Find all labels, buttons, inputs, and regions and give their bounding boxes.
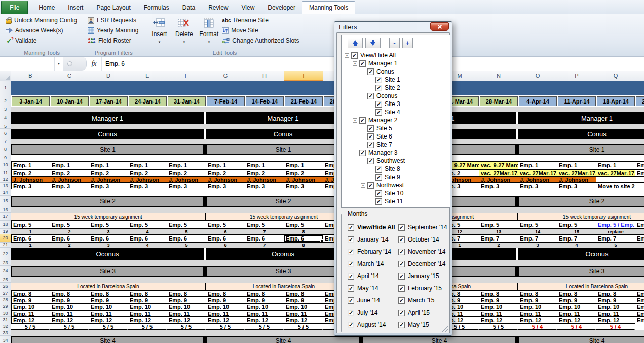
checkbox-checked-icon[interactable]	[375, 109, 382, 116]
cell-Q18[interactable]: Emp. 5 / Emp.	[596, 221, 635, 229]
cell-H21[interactable]: 7	[245, 243, 284, 248]
cell-B18[interactable]: Emp. 5	[11, 221, 50, 229]
cell-D28[interactable]: Emp. 9	[89, 297, 128, 303]
cell-E28[interactable]: Emp. 9	[128, 297, 167, 303]
tree-item-site-1[interactable]: Site 1	[342, 76, 450, 84]
cell-H13[interactable]: Emp. 3	[245, 183, 284, 189]
tree-item-view-hide-all[interactable]: View/Hide All	[342, 51, 450, 59]
checkbox-checked-icon[interactable]	[367, 142, 374, 148]
cell-G32[interactable]: 5 / 5	[206, 323, 245, 330]
merged-bar-15-week-temporary-asignment[interactable]: 15 week temporary asignment	[518, 213, 644, 220]
cell-G12[interactable]: J. Johnson	[206, 176, 245, 183]
cell-F28[interactable]: Emp. 9	[167, 297, 206, 303]
cell-Q11[interactable]: vac. 27Mar-17Apr	[596, 169, 635, 176]
merged-bar-site-4[interactable]: Site 4	[362, 336, 518, 343]
cell-F11[interactable]: Emp. 2	[167, 169, 206, 176]
merged-bar-oconus[interactable]: Oconus	[518, 248, 644, 260]
cell-P20[interactable]: Emp. 7	[557, 234, 596, 243]
cell-G13[interactable]: Emp. 3	[206, 183, 245, 189]
checkbox-checked-icon[interactable]	[367, 133, 374, 140]
validate-button[interactable]: ✓?Validate	[4, 37, 79, 45]
row-header-5[interactable]: 5	[0, 124, 11, 129]
tree-item-manager-3[interactable]: Manager 3	[342, 149, 450, 157]
expand-button[interactable]: +	[402, 38, 413, 48]
cell-O29[interactable]: Emp. 10	[518, 303, 557, 310]
tree-item-manager-1[interactable]: Manager 1	[342, 59, 450, 67]
row-header-20[interactable]: 20	[0, 234, 11, 243]
cell-F30[interactable]: Emp. 11	[167, 310, 206, 317]
cell-N27[interactable]: Emp. 8	[479, 290, 518, 297]
rename-site-button[interactable]: Rename Site	[220, 16, 300, 24]
tree-item-manager-2[interactable]: Manager 2	[342, 116, 450, 124]
cell-E18[interactable]: Emp. 5	[128, 221, 167, 229]
cell-C11[interactable]: Emp. 2	[50, 169, 89, 176]
cell-D27[interactable]: Emp. 8	[89, 290, 128, 297]
cell-N19[interactable]: 13	[479, 229, 518, 234]
column-header-D[interactable]: D	[89, 71, 128, 81]
cell-C20[interactable]: Emp. 6	[50, 234, 89, 243]
cell-H10[interactable]: Emp. 1	[245, 161, 284, 169]
cell-C31[interactable]: Emp. 12	[50, 317, 89, 323]
cell-R31[interactable]: Emp. 12	[635, 317, 644, 323]
checkbox-checked-icon[interactable]	[398, 322, 405, 328]
tab-page-layout[interactable]: Page Layout	[90, 2, 137, 14]
cell-Q19[interactable]: replace	[596, 229, 635, 234]
tree-item-site-3[interactable]: Site 3	[342, 100, 450, 108]
cell-C18[interactable]: Emp. 5	[50, 221, 89, 229]
tab-review[interactable]: Review	[202, 2, 235, 14]
column-header-Q[interactable]: Q	[596, 71, 635, 81]
column-header-I[interactable]: I	[284, 71, 323, 81]
month-checkbox-april-14[interactable]: April '14	[348, 270, 395, 282]
tree-expander-icon[interactable]	[353, 61, 357, 66]
cell-Q32[interactable]: 5 / 4	[596, 323, 635, 330]
cell-B27[interactable]: Emp. 8	[11, 290, 50, 297]
cell-B21[interactable]: 1	[11, 243, 50, 248]
tree-item-site-10[interactable]: Site 10	[342, 189, 450, 197]
cell-N12[interactable]: J. Johnson	[479, 176, 518, 183]
tree-expander-icon[interactable]	[345, 53, 349, 58]
cell-P19[interactable]: 15	[557, 229, 596, 234]
row-header-25[interactable]: 25	[0, 277, 11, 283]
cell-R28[interactable]: Emp. 9	[635, 297, 644, 303]
checkbox-checked-icon[interactable]	[348, 297, 354, 304]
month-checkbox-january-15[interactable]: January '15	[398, 270, 447, 282]
cell-P28[interactable]: Emp. 9	[557, 297, 596, 303]
tree-item-site-7[interactable]: Site 7	[342, 141, 450, 149]
checkbox-checked-icon[interactable]	[375, 101, 382, 108]
merged-bar-site-1[interactable]: Site 1	[11, 144, 206, 155]
checkbox-checked-icon[interactable]	[375, 77, 382, 83]
row-header-9[interactable]: 9	[0, 155, 11, 161]
cell-H29[interactable]: Emp. 10	[245, 303, 284, 310]
column-header-O[interactable]: O	[518, 71, 557, 81]
tab-data[interactable]: Data	[176, 2, 202, 14]
row-header-15[interactable]: 15	[0, 196, 11, 207]
checkbox-checked-icon[interactable]	[398, 261, 405, 267]
checkbox-checked-icon[interactable]	[348, 273, 354, 280]
advance-week-s-button[interactable]: Advance Week(s)	[4, 26, 79, 35]
cell-I13[interactable]: Emp. 3	[284, 183, 323, 189]
row-header-18[interactable]: 18	[0, 221, 11, 229]
cell-F12[interactable]: J. Johnson	[167, 176, 206, 183]
cell-I30[interactable]: Emp. 11	[284, 310, 323, 317]
cell-O19[interactable]: 14	[518, 229, 557, 234]
checkbox-checked-icon[interactable]	[367, 93, 374, 99]
merged-bar-oconus[interactable]: Oconus	[11, 248, 206, 260]
cell-B10[interactable]: Emp. 1	[11, 161, 50, 169]
cell-B30[interactable]: Emp. 11	[11, 310, 50, 317]
checkbox-checked-icon[interactable]	[375, 166, 382, 173]
cell-F20[interactable]: Emp. 6	[167, 234, 206, 243]
cell-O32[interactable]: 5 / 4	[518, 323, 557, 330]
tab-view[interactable]: View	[235, 2, 261, 14]
checkbox-checked-icon[interactable]	[398, 249, 405, 255]
cell-G18[interactable]: Emp. 5	[206, 221, 245, 229]
cell-G29[interactable]: Emp. 10	[206, 303, 245, 310]
date-cell-R2[interactable]: 25-Apr-14	[636, 96, 644, 106]
cell-R19[interactable]	[635, 229, 644, 234]
tree-item-oconus[interactable]: Oconus	[342, 92, 450, 100]
field-roster-button[interactable]: Field Roster	[86, 37, 140, 45]
cell-C27[interactable]: Emp. 8	[50, 290, 89, 297]
cell-Q21[interactable]: 5	[596, 243, 635, 248]
tree-item-site-11[interactable]: Site 11	[342, 197, 450, 205]
column-header-E[interactable]: E	[128, 71, 167, 81]
cell-Q27[interactable]: Emp. 8	[596, 290, 635, 297]
